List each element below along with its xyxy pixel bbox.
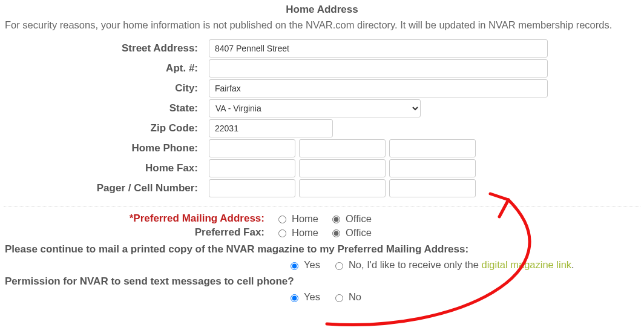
home-phone-1[interactable] bbox=[209, 139, 295, 157]
radio-label: Yes bbox=[304, 259, 320, 271]
sms-yes-radio[interactable] bbox=[291, 294, 298, 302]
pager-1[interactable] bbox=[209, 179, 295, 197]
magazine-question: Please continue to mail a printed copy o… bbox=[5, 243, 644, 255]
label-home-fax: Home Fax: bbox=[0, 162, 209, 174]
home-phone-3[interactable] bbox=[389, 139, 476, 157]
magazine-no[interactable]: No, I'd like to receive only the digital… bbox=[332, 259, 574, 271]
radio-label: No bbox=[349, 291, 361, 303]
city-input[interactable] bbox=[209, 79, 548, 97]
radio-label: No, I'd like to receive only the digital… bbox=[349, 259, 574, 271]
security-note: For security reasons, your home informat… bbox=[5, 19, 639, 31]
pref-fax-home[interactable]: Home bbox=[275, 227, 318, 239]
magazine-no-prefix: No, I'd like to receive only the bbox=[349, 259, 482, 270]
label-pager: Pager / Cell Number: bbox=[0, 182, 209, 194]
radio-label: Office bbox=[346, 213, 372, 225]
digital-magazine-link[interactable]: digital magazine link bbox=[482, 259, 572, 270]
pref-fax-office[interactable]: Office bbox=[329, 227, 372, 239]
magazine-no-suffix: . bbox=[571, 259, 574, 270]
home-fax-1[interactable] bbox=[209, 159, 295, 177]
sms-no-radio[interactable] bbox=[335, 294, 343, 302]
sms-question: Permission for NVAR to send text message… bbox=[5, 275, 644, 288]
pref-mailing-home-radio[interactable] bbox=[278, 216, 286, 223]
pref-fax-office-radio[interactable] bbox=[332, 229, 340, 237]
magazine-yes-radio[interactable] bbox=[291, 262, 298, 270]
label-street: Street Address: bbox=[0, 42, 209, 54]
radio-label: Home bbox=[292, 227, 318, 239]
street-input[interactable] bbox=[209, 39, 548, 58]
label-pref-fax: Preferred Fax: bbox=[0, 226, 275, 239]
apt-input[interactable] bbox=[209, 59, 548, 77]
section-divider bbox=[4, 206, 640, 206]
magazine-yes[interactable]: Yes bbox=[288, 259, 320, 271]
label-state: State: bbox=[0, 102, 209, 114]
label-city: City: bbox=[0, 82, 209, 94]
pref-mailing-office[interactable]: Office bbox=[329, 213, 372, 225]
magazine-no-radio[interactable] bbox=[335, 262, 343, 270]
label-apt: Apt. #: bbox=[0, 62, 209, 74]
sms-no[interactable]: No bbox=[332, 291, 361, 303]
label-zip: Zip Code: bbox=[0, 122, 209, 134]
zip-input[interactable] bbox=[209, 119, 333, 137]
radio-label: Office bbox=[346, 227, 372, 239]
radio-label: Yes bbox=[304, 291, 320, 303]
home-fax-2[interactable] bbox=[299, 159, 386, 177]
pref-mailing-office-radio[interactable] bbox=[332, 216, 340, 223]
state-select[interactable]: VA - Virginia bbox=[209, 99, 421, 117]
radio-label: Home bbox=[292, 213, 318, 225]
home-phone-2[interactable] bbox=[299, 139, 386, 157]
annotation-arrow-icon bbox=[297, 182, 587, 333]
section-title: Home Address bbox=[0, 4, 644, 16]
label-pref-mailing: *Preferred Mailing Address: bbox=[0, 212, 275, 225]
sms-yes[interactable]: Yes bbox=[288, 291, 320, 303]
pref-mailing-home[interactable]: Home bbox=[275, 213, 318, 225]
home-fax-3[interactable] bbox=[389, 159, 476, 177]
pager-2[interactable] bbox=[299, 179, 386, 197]
label-home-phone: Home Phone: bbox=[0, 142, 209, 154]
pref-fax-home-radio[interactable] bbox=[278, 229, 286, 237]
pager-3[interactable] bbox=[389, 179, 476, 197]
